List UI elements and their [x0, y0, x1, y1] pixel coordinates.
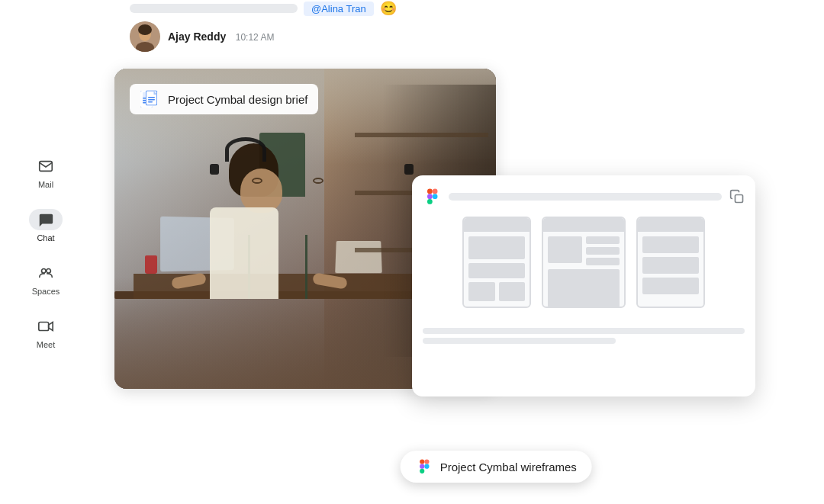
figma-badge: Project Cymbal wireframes: [401, 451, 592, 483]
message-row: @Alina Tran 😊: [130, 0, 824, 17]
svg-rect-20: [427, 189, 433, 194]
sidebar-label-spaces: Spaces: [32, 287, 60, 296]
svg-rect-17: [148, 97, 155, 98]
headphones-arc: [225, 137, 266, 162]
wf-header-3: [638, 218, 703, 232]
wf-block-3: [468, 282, 495, 301]
sidebar-label-meet: Meet: [37, 340, 55, 349]
wf-bar-3: [586, 258, 620, 265]
wireframe-frame-3: [636, 217, 705, 308]
sender-name: Ajay Reddy: [168, 30, 226, 43]
sidebar-item-spaces[interactable]: Spaces: [12, 256, 79, 302]
docs-icon-v2: [143, 90, 162, 108]
meet-icon-wrap: [29, 316, 63, 337]
wf-block-7: [642, 257, 699, 274]
svg-point-1: [42, 268, 47, 273]
svg-rect-29: [420, 469, 424, 474]
wireframe-frame-2: [542, 217, 626, 308]
svg-point-24: [433, 194, 438, 199]
wf-body-3: [638, 232, 703, 299]
emoji: 😊: [380, 0, 397, 17]
wf-block-1: [468, 236, 525, 259]
wf-header-2: [543, 218, 624, 232]
svg-point-30: [424, 464, 429, 469]
figma-card-footer: [412, 320, 755, 350]
figma-url-bar: [449, 193, 722, 201]
wf-block-6: [642, 236, 699, 253]
sender-info: Ajay Reddy 10:12 AM: [168, 30, 274, 43]
wf-body-2: [543, 232, 624, 308]
sidebar-item-mail[interactable]: Mail: [12, 149, 79, 195]
footer-bar-2: [423, 338, 616, 344]
svg-rect-19: [148, 101, 153, 103]
mail-icon: [37, 158, 54, 175]
meet-icon: [37, 318, 54, 335]
wf-body-1: [464, 232, 529, 306]
main-content: Ajay Reddy 10:12 AM @Alina Tran 😊: [92, 0, 824, 504]
svg-rect-23: [427, 199, 433, 204]
chat-icon-wrap: [29, 209, 63, 230]
message-header: Ajay Reddy 10:12 AM: [130, 21, 274, 52]
svg-point-2: [47, 268, 50, 273]
svg-rect-28: [420, 464, 424, 469]
wf-block-5: [548, 236, 582, 263]
sidebar-item-chat[interactable]: Chat: [12, 203, 79, 249]
figma-badge-logo: [416, 458, 433, 475]
chat-icon: [37, 211, 54, 228]
figma-badge-text: Project Cymbal wireframes: [440, 461, 577, 474]
wf-block-tall: [548, 269, 620, 307]
svg-rect-25: [735, 195, 743, 203]
copy-icon: [729, 189, 745, 204]
svg-rect-21: [433, 189, 438, 194]
figma-card: [412, 175, 755, 396]
sidebar-label-chat: Chat: [37, 233, 54, 242]
chair-leg-right: [305, 235, 307, 299]
footer-bar-1: [423, 328, 745, 334]
svg-rect-3: [39, 322, 49, 330]
person-torso: [210, 207, 278, 299]
timestamp: 10:12 AM: [236, 32, 275, 43]
wf-header-1: [464, 218, 529, 232]
red-cup: [145, 255, 157, 274]
sidebar-item-meet[interactable]: Meet: [12, 310, 79, 355]
message-bar: [130, 4, 298, 13]
figma-card-inner: [412, 175, 755, 320]
figma-card-header: [423, 188, 745, 206]
svg-rect-18: [148, 99, 155, 101]
doc-title: Project Cymbal design brief: [168, 93, 307, 106]
wf-bar-1: [586, 236, 620, 244]
wf-row-1: [468, 282, 525, 301]
spaces-icon: [37, 265, 54, 281]
doc-label: Project Cymbal design brief: [130, 84, 318, 114]
mail-icon-wrap: [29, 156, 63, 177]
svg-point-6: [138, 24, 152, 35]
avatar: [130, 21, 160, 52]
shelf-1: [355, 133, 488, 137]
wf-spacer: [586, 236, 620, 265]
person-head: [240, 169, 282, 213]
mention-tag: @Alina Tran: [304, 2, 374, 16]
sidebar: Mail Chat Spaces Meet: [0, 0, 92, 504]
svg-rect-26: [420, 459, 424, 464]
svg-rect-22: [427, 194, 433, 199]
wireframe-frame-1: [462, 217, 531, 308]
sidebar-label-mail: Mail: [38, 180, 53, 189]
wf-block-8: [642, 278, 699, 294]
wf-block-2: [468, 263, 525, 278]
avatar-image: [130, 21, 160, 52]
spaces-icon-wrap: [29, 262, 63, 284]
wf-block-4: [499, 282, 526, 301]
svg-rect-27: [424, 459, 429, 464]
wf-row-2: [548, 236, 620, 265]
wireframe-area: [423, 217, 745, 308]
headphones-left-cup: [210, 164, 219, 175]
figma-logo: [423, 188, 441, 206]
wf-bar-2: [586, 247, 620, 255]
